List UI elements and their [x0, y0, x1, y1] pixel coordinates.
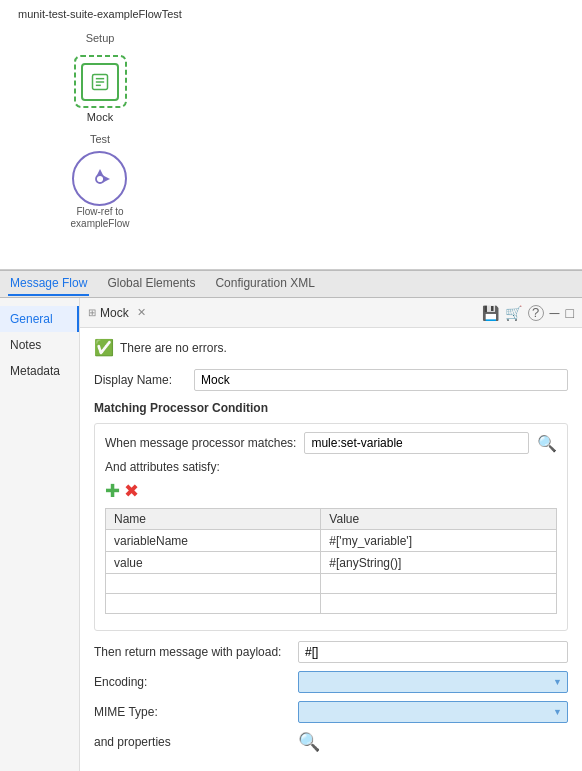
- tab-global-elements[interactable]: Global Elements: [105, 272, 197, 296]
- editor-title-group: ⊞ Mock ✕: [88, 306, 146, 320]
- processor-label: When message processor matches:: [105, 436, 296, 450]
- properties-label: and properties: [94, 735, 294, 749]
- remove-attr-icon[interactable]: ✖: [124, 480, 139, 502]
- col-name-header: Name: [106, 509, 321, 530]
- status-bar: ✅ There are no errors.: [94, 338, 568, 357]
- help-icon[interactable]: ?: [528, 305, 544, 321]
- mock-label: Mock: [87, 111, 113, 123]
- close-button[interactable]: ✕: [137, 306, 146, 319]
- display-name-row: Display Name:: [94, 369, 568, 391]
- maximize-icon[interactable]: □: [566, 305, 574, 321]
- flowref-node[interactable]: Flow-ref toexampleFlow: [71, 151, 130, 230]
- section-title: Matching Processor Condition: [94, 401, 568, 415]
- cart-icon[interactable]: 🛒: [505, 305, 522, 321]
- editor-title-text: Mock: [100, 306, 129, 320]
- tab-configuration-xml[interactable]: Configuration XML: [213, 272, 316, 296]
- processor-row: When message processor matches: 🔍: [105, 432, 557, 454]
- flowref-label: Flow-ref toexampleFlow: [71, 206, 130, 230]
- properties-zoom-icon[interactable]: 🔍: [298, 731, 320, 753]
- canvas-area: munit-test-suite-exampleFlowTest Setup: [0, 0, 582, 270]
- display-name-label: Display Name:: [94, 373, 194, 387]
- processor-input[interactable]: [304, 432, 529, 454]
- mime-row: MIME Type:: [94, 701, 568, 723]
- main-content: ⊞ Mock ✕ 💾 🛒 ? ─ □ ✅ There are no errors…: [80, 298, 582, 771]
- attr-value-cell: #['my_variable']: [321, 530, 557, 552]
- setup-node: Setup: [86, 28, 115, 46]
- status-text: There are no errors.: [120, 341, 227, 355]
- mime-select[interactable]: [298, 701, 568, 723]
- header-icons: 💾 🛒 ? ─ □: [482, 305, 574, 321]
- test-label: Test: [90, 133, 110, 145]
- col-value-header: Value: [321, 509, 557, 530]
- svg-point-5: [96, 175, 104, 183]
- properties-row: and properties 🔍: [94, 731, 568, 753]
- attr-value-cell: #[anyString()]: [321, 552, 557, 574]
- attr-toolbar: ✚ ✖: [105, 480, 557, 502]
- encoding-label: Encoding:: [94, 675, 294, 689]
- minimize-icon[interactable]: ─: [550, 305, 560, 321]
- payload-row: Then return message with payload:: [94, 641, 568, 663]
- payload-label: Then return message with payload:: [94, 645, 294, 659]
- editor-panel: General Notes Metadata ⊞ Mock ✕ 💾 🛒 ? ─ …: [0, 298, 582, 771]
- matching-section: When message processor matches: 🔍 And at…: [94, 423, 568, 631]
- sidebar-item-general[interactable]: General: [0, 306, 79, 332]
- sidebar-item-notes[interactable]: Notes: [0, 332, 79, 358]
- mime-label: MIME Type:: [94, 705, 294, 719]
- sidebar-item-metadata[interactable]: Metadata: [0, 358, 79, 384]
- attr-table: Name Value variableName #['my_variable']…: [105, 508, 557, 614]
- flow-title: munit-test-suite-exampleFlowTest: [18, 8, 182, 20]
- bottom-form: Then return message with payload: Encodi…: [94, 641, 568, 753]
- attributes-label: And attributes satisfy:: [105, 460, 557, 474]
- flowref-icon-box: [72, 151, 127, 206]
- mime-select-wrapper: [298, 701, 568, 723]
- mock-title-icon: ⊞: [88, 307, 96, 318]
- mock-dashed-border: [73, 54, 128, 109]
- encoding-select-wrapper: [298, 671, 568, 693]
- setup-label: Setup: [86, 32, 115, 44]
- add-attr-icon[interactable]: ✚: [105, 480, 120, 502]
- attr-name-cell: value: [106, 552, 321, 574]
- encoding-select[interactable]: [298, 671, 568, 693]
- mock-node[interactable]: Mock: [73, 54, 128, 123]
- table-row[interactable]: value #[anyString()]: [106, 552, 557, 574]
- content-area: ✅ There are no errors. Display Name: Mat…: [80, 328, 582, 771]
- table-row[interactable]: variableName #['my_variable']: [106, 530, 557, 552]
- save-icon[interactable]: 💾: [482, 305, 499, 321]
- payload-input[interactable]: [298, 641, 568, 663]
- table-row-empty: [106, 574, 557, 594]
- svg-rect-0: [75, 56, 126, 107]
- editor-header: ⊞ Mock ✕ 💾 🛒 ? ─ □: [80, 298, 582, 328]
- status-icon: ✅: [94, 338, 114, 357]
- encoding-row: Encoding:: [94, 671, 568, 693]
- display-name-input[interactable]: [194, 369, 568, 391]
- left-sidebar: General Notes Metadata: [0, 298, 80, 771]
- attr-name-cell: variableName: [106, 530, 321, 552]
- tab-bar: Message Flow Global Elements Configurati…: [0, 270, 582, 298]
- processor-search-icon[interactable]: 🔍: [537, 434, 557, 453]
- table-row-empty: [106, 594, 557, 614]
- tab-message-flow[interactable]: Message Flow: [8, 272, 89, 296]
